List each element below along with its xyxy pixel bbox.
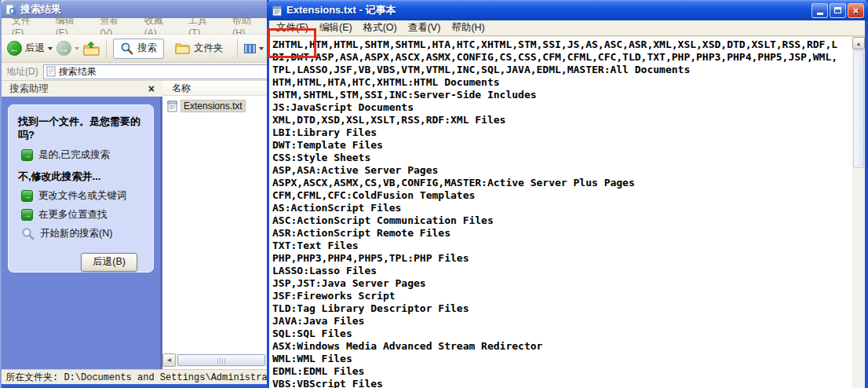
status-bar: 所在文件夹: D:\Documents and Settings\Adminis… bbox=[2, 369, 270, 384]
file-list-pane: 名称 Extensions.txt bbox=[162, 81, 270, 369]
notepad-titlebar[interactable]: Extensions.txt - 记事本 bbox=[267, 0, 868, 20]
scroll-left-icon[interactable] bbox=[162, 353, 176, 367]
file-name: Extensions.txt bbox=[181, 100, 246, 112]
green-arrow-icon bbox=[21, 209, 33, 221]
maximize-button[interactable] bbox=[830, 3, 846, 18]
notepad-icon bbox=[272, 5, 283, 16]
folders-button[interactable]: 文件夹 bbox=[168, 38, 231, 59]
notepad-window: Extensions.txt - 记事本 文件(F)编辑(E)格式(O)查看(V… bbox=[267, 0, 868, 388]
text-line: AS:ActionScript Files bbox=[272, 202, 852, 214]
horizontal-scrollbar[interactable] bbox=[162, 353, 270, 367]
forward-button[interactable] bbox=[57, 41, 79, 56]
text-line: TLD:Tag Library Descriptor Files bbox=[272, 302, 852, 315]
window-bottom-border bbox=[2, 384, 270, 388]
close-button[interactable] bbox=[848, 3, 864, 18]
scrollbar-thumb[interactable] bbox=[853, 50, 864, 168]
views-button[interactable] bbox=[244, 43, 264, 54]
assistant-header: 搜索助理 bbox=[2, 81, 162, 97]
text-line: ASP,ASA:Active Server Pages bbox=[272, 164, 852, 177]
scrollbar-thumb[interactable] bbox=[177, 354, 265, 366]
text-line: WML:WML Files bbox=[272, 353, 852, 365]
vertical-scrollbar[interactable] bbox=[852, 37, 865, 388]
assistant-back-button[interactable]: 后退(B) bbox=[81, 253, 137, 272]
change-filename-link[interactable]: 更改文件名或关键词 bbox=[21, 189, 145, 203]
text-line: LBI:Library Files bbox=[272, 126, 852, 139]
minimize-icon bbox=[817, 13, 823, 15]
new-search-label: 开始新的搜索(N) bbox=[40, 227, 112, 240]
assistant-subheading: 不,修改此搜索并... bbox=[18, 170, 145, 184]
search-toggle-button[interactable]: 搜索 bbox=[113, 38, 164, 59]
views-icon bbox=[244, 43, 256, 54]
text-line: VBS:VBScript Files bbox=[272, 378, 852, 388]
text-line: CFM,CFML,CFC:ColdFusion Templates bbox=[272, 189, 852, 202]
address-bar: 地址(D) 搜索结果 bbox=[2, 63, 270, 81]
new-search-link[interactable]: 开始新的搜索(N) bbox=[21, 227, 145, 240]
text-line: TPL,LASSO,JSF,VB,VBS,VTM,VTML,INC,SQL,JA… bbox=[272, 64, 852, 76]
assistant-panel: 找到一个文件。是您需要的吗? 是的,已完成搜索 不,修改此搜索并... 更改文件… bbox=[2, 97, 162, 369]
close-icon[interactable] bbox=[148, 83, 155, 94]
file-list-item[interactable]: Extensions.txt bbox=[167, 100, 246, 112]
page-icon bbox=[46, 66, 56, 77]
search-results-window: 搜索结果 文件(F)编辑(E)查看(V)收藏(A)工具(T)帮助(H) 后退 搜… bbox=[0, 0, 270, 388]
forward-icon bbox=[57, 41, 71, 56]
text-line: TXT:Text Files bbox=[272, 240, 852, 252]
search-window-toolbar: 后退 搜索 文件夹 bbox=[2, 35, 270, 63]
text-line: LASSO:Lasso Files bbox=[272, 265, 852, 277]
menu-item[interactable]: 查看(V) bbox=[403, 21, 447, 35]
assistant-header-label: 搜索助理 bbox=[9, 82, 49, 96]
yes-finished-link[interactable]: 是的,已完成搜索 bbox=[21, 148, 145, 162]
notepad-text-area[interactable]: ZHTML,HTM,HTML,SHTM,SHTML,HTA,HTC,XHTML,… bbox=[269, 37, 852, 388]
search-icon bbox=[120, 42, 133, 55]
more-locations-label: 在更多位置查找 bbox=[38, 208, 108, 221]
up-button[interactable] bbox=[83, 41, 100, 56]
notepad-menubar: 文件(F)编辑(E)格式(O)查看(V)帮助(H) bbox=[269, 20, 865, 36]
text-line: HTM,HTML,HTA,HTC,XHTML:HTML Documents bbox=[272, 76, 852, 89]
text-line: SQL:SQL Files bbox=[272, 328, 852, 340]
column-header-name[interactable]: 名称 bbox=[162, 81, 270, 96]
text-line: JS:JavaScript Documents bbox=[272, 101, 852, 114]
more-locations-link[interactable]: 在更多位置查找 bbox=[21, 208, 145, 221]
address-label: 地址(D) bbox=[6, 65, 38, 79]
text-line: PHP,PHP3,PHP4,PHP5,TPL:PHP Files bbox=[272, 252, 852, 265]
text-line: EDML:EDML Files bbox=[272, 365, 852, 378]
address-value: 搜索结果 bbox=[59, 65, 97, 79]
address-input[interactable]: 搜索结果 bbox=[43, 64, 270, 79]
assistant-inner-panel: 找到一个文件。是您需要的吗? 是的,已完成搜索 不,修改此搜索并... 更改文件… bbox=[8, 104, 154, 273]
yes-finished-label: 是的,已完成搜索 bbox=[38, 148, 110, 162]
close-icon bbox=[853, 5, 859, 16]
menu-item[interactable]: 格式(O) bbox=[358, 21, 403, 35]
chevron-down-icon bbox=[75, 47, 79, 50]
text-line: ZHTML,HTM,HTML,SHTM,SHTML,HTA,HTC,XHTML,… bbox=[272, 38, 852, 51]
search-results-icon bbox=[5, 4, 16, 15]
text-line: XML,DTD,XSD,XSL,XSLT,RSS,RDF:XML Files bbox=[272, 114, 852, 126]
text-line: JSF:Fireworks Script bbox=[272, 290, 852, 302]
menu-item[interactable]: 帮助(H) bbox=[446, 21, 490, 35]
folders-button-label: 文件夹 bbox=[194, 42, 224, 55]
search-window-menubar: 文件(F)编辑(E)查看(V)收藏(A)工具(T)帮助(H) bbox=[2, 18, 270, 35]
scroll-up-icon[interactable] bbox=[852, 37, 865, 49]
chevron-down-icon bbox=[48, 47, 53, 50]
menu-item[interactable]: 编辑(E) bbox=[314, 21, 358, 35]
search-button-label: 搜索 bbox=[137, 42, 157, 55]
minimize-button[interactable] bbox=[811, 3, 828, 18]
up-folder-icon bbox=[83, 41, 100, 56]
folders-icon bbox=[175, 42, 190, 54]
magnifier-icon bbox=[21, 227, 35, 240]
text-line: ASPX,ASCX,ASMX,CS,VB,CONFIG,MASTER:Activ… bbox=[272, 177, 852, 189]
search-assistant-pane: 搜索助理 找到一个文件。是您需要的吗? 是的,已完成搜索 不,修改此搜索并...… bbox=[2, 81, 162, 369]
green-arrow-icon bbox=[21, 190, 33, 202]
change-filename-label: 更改文件名或关键词 bbox=[38, 189, 127, 203]
back-button[interactable]: 后退 bbox=[7, 41, 53, 56]
window-controls bbox=[811, 3, 868, 18]
toolbar-separator bbox=[106, 39, 107, 58]
annotation-rectangle bbox=[268, 28, 316, 58]
text-line: BI,DWT,ASP,ASA,ASPX,ASCX,ASMX,CONFIG,CS,… bbox=[272, 51, 852, 64]
text-line: SHTM,SHTML,STM,SSI,INC:Server-Side Inclu… bbox=[272, 89, 852, 101]
back-icon bbox=[7, 41, 22, 56]
green-arrow-icon bbox=[21, 149, 33, 161]
text-line: ASR:ActionScript Remote Files bbox=[272, 227, 852, 240]
text-document-icon bbox=[167, 101, 177, 112]
back-label: 后退 bbox=[25, 42, 45, 55]
search-window-body: 搜索助理 找到一个文件。是您需要的吗? 是的,已完成搜索 不,修改此搜索并...… bbox=[2, 81, 270, 369]
text-line: ASX:Windows Media Advanced Stream Redire… bbox=[272, 340, 852, 353]
